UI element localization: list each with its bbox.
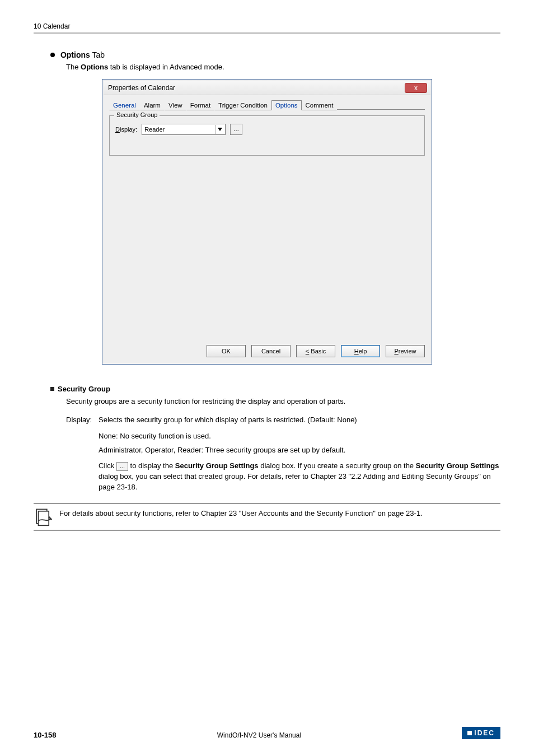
intro-bold: Options xyxy=(81,63,108,71)
help-button[interactable]: Help xyxy=(341,345,380,357)
help-u: H xyxy=(354,348,359,354)
section-title-tail: Tab xyxy=(90,50,105,59)
security-group-desc: Security groups are a security function … xyxy=(34,396,500,407)
click-post: dialog box, you can select that created … xyxy=(99,472,491,491)
brand-text: IDEC xyxy=(474,729,495,737)
preview-button[interactable]: Preview xyxy=(386,345,425,357)
intro-post: tab is displayed in Advanced mode. xyxy=(108,63,224,71)
page-footer: 10-158 WindO/I-NV2 User's Manual IDEC xyxy=(34,727,500,739)
browse-button[interactable]: ... xyxy=(230,124,242,135)
click-bold2: Security Group Settings xyxy=(416,461,499,470)
section-title: Options Tab xyxy=(50,50,500,59)
preview-u: P xyxy=(394,348,398,354)
tab-options[interactable]: Options xyxy=(271,100,302,110)
dialog-body: Security Group Display: Reader ... xyxy=(104,110,430,340)
intro-pre: The xyxy=(66,63,81,71)
properties-dialog: Properties of Calendar x General Alarm V… xyxy=(102,79,432,365)
inline-browse-button: ... xyxy=(116,462,128,471)
chevron-down-icon xyxy=(215,125,224,134)
fieldset-legend: Security Group xyxy=(114,111,160,118)
tab-comment[interactable]: Comment xyxy=(302,100,338,110)
tab-general[interactable]: General xyxy=(109,100,140,110)
display-label-rest: isplay: xyxy=(120,126,137,133)
security-group-fieldset: Security Group Display: Reader ... xyxy=(109,115,425,156)
cancel-button[interactable]: Cancel xyxy=(251,345,291,357)
click-mid2: dialog box. If you create a security gro… xyxy=(259,461,416,470)
dialog-tabs: General Alarm View Format Trigger Condit… xyxy=(104,95,430,110)
footer-center: WindO/I-NV2 User's Manual xyxy=(56,731,462,739)
bullet-icon xyxy=(50,53,55,57)
ok-button[interactable]: OK xyxy=(207,345,246,357)
brand-badge: IDEC xyxy=(462,727,500,739)
note-box: For details about security functions, re… xyxy=(34,503,500,531)
display-label: Display: xyxy=(115,126,137,133)
tab-underline xyxy=(337,100,425,110)
tab-format[interactable]: Format xyxy=(186,100,214,110)
header-chapter: 10 Calendar xyxy=(34,22,500,32)
section-title-bold: Options xyxy=(60,50,90,59)
square-bullet-icon xyxy=(50,387,54,391)
preview-rest: review xyxy=(399,348,416,354)
dialog-title: Properties of Calendar xyxy=(108,84,175,92)
section-intro: The Options tab is displayed in Advanced… xyxy=(34,63,500,71)
header-divider xyxy=(34,32,500,34)
tab-view[interactable]: View xyxy=(165,100,186,110)
display-term: Display: xyxy=(66,415,99,493)
svg-rect-1 xyxy=(39,511,49,526)
security-group-head-text: Security Group xyxy=(58,385,110,393)
none-line: None: No security function is used. xyxy=(99,431,500,442)
display-select-value: Reader xyxy=(144,126,165,133)
help-rest: elp xyxy=(359,348,367,354)
basic-rest: Basic xyxy=(309,348,326,354)
note-icon xyxy=(34,507,53,526)
dialog-titlebar: Properties of Calendar x xyxy=(104,81,430,95)
brand-square-icon xyxy=(467,731,472,735)
basic-button[interactable]: < Basic xyxy=(296,345,335,357)
dialog-button-row: OK Cancel < Basic Help Preview xyxy=(104,340,430,363)
click-paragraph: Click ... to display the Security Group … xyxy=(99,461,500,493)
dialog-spacer xyxy=(109,156,425,335)
security-group-heading: Security Group xyxy=(34,385,500,393)
display-def: Selects the security group for which dis… xyxy=(99,415,500,426)
display-select[interactable]: Reader xyxy=(142,124,226,135)
admin-line: Administrator, Operator, Reader: Three s… xyxy=(99,445,500,456)
note-text: For details about security functions, re… xyxy=(59,507,500,519)
tab-alarm[interactable]: Alarm xyxy=(140,100,165,110)
tab-trigger[interactable]: Trigger Condition xyxy=(214,100,271,110)
click-pre: Click xyxy=(99,461,116,470)
display-label-u: D xyxy=(115,126,120,133)
click-bold1: Security Group Settings xyxy=(175,461,259,470)
close-button[interactable]: x xyxy=(405,83,427,93)
page-number: 10-158 xyxy=(34,731,56,739)
click-mid: to display the xyxy=(128,461,175,470)
